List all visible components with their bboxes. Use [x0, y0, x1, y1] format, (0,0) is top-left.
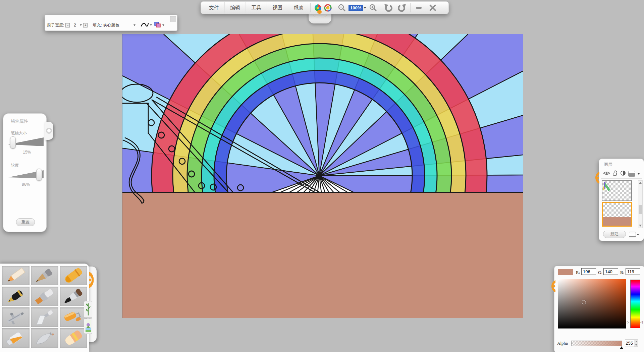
zoom-in-icon	[369, 4, 377, 12]
color-selector-circle[interactable]	[582, 300, 586, 304]
scene-thumbnail-icon	[86, 320, 91, 332]
softness-slider-thumb[interactable]	[36, 169, 42, 181]
layer-item-ground-selected[interactable]	[602, 202, 632, 227]
tool-fountain-pen[interactable]	[2, 287, 30, 306]
zoom-in-button[interactable]	[367, 2, 379, 14]
tool-palette-knife[interactable]	[31, 307, 58, 327]
zoom-level-combo[interactable]: 100%	[347, 2, 367, 14]
main-toolbar: 文件 编辑 工具 视图 帮助	[201, 1, 449, 14]
hue-marker-left-icon[interactable]: ▷	[627, 320, 629, 324]
red-input[interactable]	[581, 268, 596, 275]
chevron-down-icon[interactable]	[80, 24, 82, 26]
palette-knife-icon	[32, 308, 57, 326]
zoom-level-value[interactable]: 100%	[348, 5, 363, 11]
chevron-down-icon[interactable]	[364, 7, 366, 9]
color-picker-panel: R: G: B: ▷ ◁ Alpha 255	[554, 266, 644, 352]
green-input[interactable]	[603, 268, 618, 275]
tool-paint-roller[interactable]	[60, 307, 87, 327]
clown-nose-icon	[317, 10, 322, 14]
menu-view[interactable]: 视图	[267, 2, 288, 14]
eraser-icon	[61, 329, 86, 347]
unlock-icon[interactable]	[612, 170, 618, 177]
tool-paint-tube[interactable]	[2, 328, 30, 348]
reset-button[interactable]: 重置	[16, 218, 35, 226]
charcoal-pencil-icon	[32, 267, 57, 285]
close-button[interactable]	[426, 2, 440, 14]
minimize-button[interactable]	[412, 2, 426, 14]
layers-panel-menu-button[interactable]	[629, 232, 639, 237]
plant-brush-category-button[interactable]	[84, 301, 92, 318]
menu-help[interactable]: 帮助	[288, 2, 309, 14]
blue-label: B:	[620, 270, 624, 275]
hue-bar[interactable]	[630, 280, 640, 328]
clown-eyes-group	[312, 2, 334, 14]
menu-edit[interactable]: 编辑	[225, 2, 246, 14]
opacity-contrast-icon[interactable]	[620, 170, 626, 177]
scroll-up-icon[interactable]	[639, 182, 642, 184]
curve-style-icon[interactable]	[141, 22, 149, 29]
chevron-down-icon[interactable]	[150, 24, 152, 26]
tool-airbrush[interactable]	[2, 307, 30, 327]
undo-button[interactable]	[381, 2, 395, 14]
brush-size-slider-thumb[interactable]	[10, 136, 16, 149]
zoom-out-button[interactable]	[336, 2, 347, 14]
panel-drag-handle[interactable]	[45, 122, 53, 140]
layer-menu-icon[interactable]	[628, 171, 635, 177]
toolbar-separator	[380, 3, 380, 12]
brush-size-label: 笔触大小	[11, 130, 27, 136]
brush-size-slider[interactable]	[8, 136, 44, 149]
alpha-value[interactable]: 255	[625, 340, 634, 347]
stroke-fill-color-icon[interactable]	[154, 22, 161, 29]
saturation-value-gradient[interactable]	[558, 279, 626, 329]
layer-list-scrollbar[interactable]	[638, 180, 643, 228]
layer-thumbnail-ground	[603, 217, 631, 226]
tool-palette-handle[interactable]	[88, 270, 97, 291]
paint-roller-icon	[61, 308, 86, 326]
brush-width-value[interactable]: 2	[71, 23, 78, 27]
chevron-down-icon[interactable]	[133, 24, 136, 26]
brush-size-value: 15%	[23, 150, 31, 155]
increase-width-button[interactable]: +	[83, 23, 88, 27]
clown-smile-tab[interactable]	[309, 13, 331, 23]
toolbar-separator	[410, 3, 411, 12]
fountain-pen-icon	[3, 287, 29, 305]
visibility-eye-icon[interactable]	[603, 171, 610, 177]
chevron-down-icon[interactable]	[162, 24, 164, 26]
alpha-spinbox[interactable]: 255	[625, 340, 638, 347]
tool-crayon[interactable]	[60, 266, 87, 285]
separator	[138, 22, 138, 28]
softness-slider[interactable]	[8, 168, 44, 181]
alpha-slider[interactable]	[571, 341, 622, 346]
drawing-canvas[interactable]	[122, 34, 523, 318]
canvas-artwork	[122, 34, 523, 318]
new-layer-button[interactable]: 新建	[603, 231, 626, 238]
green-label: G:	[598, 270, 602, 275]
scrollbar-thumb[interactable]	[639, 205, 642, 214]
scroll-down-icon[interactable]	[639, 225, 642, 227]
tool-colored-pencil[interactable]	[2, 266, 30, 285]
tool-ink-brush[interactable]	[60, 287, 87, 306]
blender-icon	[32, 329, 57, 347]
spin-up-icon[interactable]	[634, 340, 638, 343]
alpha-gradient	[572, 341, 622, 346]
decrease-width-button[interactable]: −	[65, 23, 70, 27]
blue-input[interactable]	[626, 268, 640, 275]
alpha-slider-marker[interactable]	[620, 346, 623, 349]
tool-charcoal-pencil[interactable]	[31, 266, 58, 285]
redo-button[interactable]	[395, 2, 409, 14]
menu-tools[interactable]: 工具	[246, 2, 267, 14]
spin-down-icon[interactable]	[634, 343, 638, 347]
hue-marker-right-icon[interactable]: ◁	[640, 320, 643, 324]
tool-flat-brush[interactable]	[31, 287, 58, 306]
layer-item-sketch[interactable]	[602, 180, 632, 201]
tool-blender[interactable]	[31, 328, 58, 348]
layers-panel-handle[interactable]	[593, 171, 600, 186]
menu-file[interactable]: 文件	[204, 2, 225, 14]
color-panel-handle[interactable]	[549, 280, 556, 294]
tool-eraser[interactable]	[60, 328, 87, 348]
fill-mode-value[interactable]: 实心颜色	[103, 22, 132, 28]
layer-thumbnail-strokes	[602, 181, 612, 192]
scene-stamp-category-button[interactable]	[84, 318, 92, 334]
chevron-down-icon[interactable]	[638, 173, 640, 175]
clown-eye-right-icon[interactable]	[324, 4, 332, 12]
